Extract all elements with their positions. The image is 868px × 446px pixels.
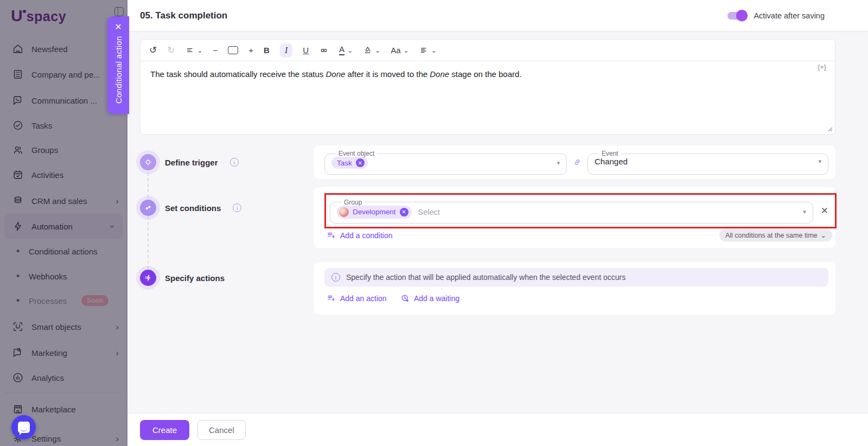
step-label: Set conditions bbox=[165, 203, 221, 213]
event-object-label: Event object bbox=[336, 150, 377, 157]
redo-button[interactable]: ↻ bbox=[167, 44, 175, 56]
description-editor: ↺ ↻ ⌄ − + B I U A ⌄ ⌄ Aa bbox=[140, 39, 835, 135]
remove-condition-button[interactable]: ✕ bbox=[821, 205, 828, 216]
actions-info-banner: i Specify the action that will be applie… bbox=[324, 268, 828, 286]
font-color-icon: A bbox=[339, 45, 344, 55]
conditions-card: Group Development ✕ Select ▾ ✕ Add a con… bbox=[314, 187, 835, 248]
select-caret-icon: ▾ bbox=[557, 160, 560, 167]
conditions-mode-label: All conditions at the same time bbox=[725, 232, 818, 239]
chip-label: Development bbox=[353, 208, 396, 216]
activate-toggle[interactable] bbox=[727, 12, 746, 20]
editor-toolbar: ↺ ↻ ⌄ − + B I U A ⌄ ⌄ Aa bbox=[141, 40, 835, 61]
task-chip: Task ✕ bbox=[331, 157, 368, 169]
font-color-button[interactable]: A ⌄ bbox=[339, 45, 353, 55]
border-box-icon bbox=[228, 46, 238, 54]
caret-down-icon: ⌄ bbox=[375, 47, 380, 54]
chat-launcher-button[interactable] bbox=[11, 415, 36, 439]
add-waiting-link[interactable]: Add a waiting bbox=[400, 294, 459, 303]
group-select[interactable]: Group Development ✕ Select ▾ bbox=[330, 199, 813, 224]
panel-header: 05. Task completion Activate after savin… bbox=[127, 0, 868, 31]
editor-text: stage on the board. bbox=[449, 69, 521, 79]
align-left-icon bbox=[419, 46, 429, 55]
bold-button[interactable]: B bbox=[264, 46, 270, 55]
add-list-icon bbox=[327, 231, 336, 240]
caret-down-icon: ⌄ bbox=[821, 231, 826, 239]
step-set-conditions: Set conditions i bbox=[140, 200, 241, 216]
add-waiting-label: Add a waiting bbox=[414, 294, 459, 303]
chip-remove-icon[interactable]: ✕ bbox=[356, 158, 365, 167]
highlighted-condition-region: Group Development ✕ Select ▾ ✕ bbox=[324, 193, 837, 228]
info-icon[interactable]: i bbox=[233, 203, 241, 212]
conditions-step-icon bbox=[140, 200, 156, 216]
conditions-mode-dropdown[interactable]: All conditions at the same time ⌄ bbox=[719, 229, 832, 241]
clock-icon bbox=[400, 294, 410, 303]
editor-text: after it is moved to the bbox=[345, 69, 430, 79]
add-condition-label: Add a condition bbox=[340, 231, 393, 240]
border-box-button[interactable] bbox=[228, 46, 238, 54]
link-button[interactable] bbox=[319, 46, 329, 55]
line-spacing-icon bbox=[186, 46, 195, 55]
group-avatar bbox=[339, 207, 349, 217]
link-fields-icon bbox=[572, 157, 582, 167]
line-spacing-button[interactable]: ⌄ bbox=[186, 46, 203, 55]
editor-text-italic: Done bbox=[326, 69, 346, 79]
steps-connector bbox=[148, 173, 149, 269]
step-label: Specify actions bbox=[165, 273, 225, 283]
panel-footer: Create Cancel bbox=[127, 413, 868, 446]
italic-button[interactable]: I bbox=[280, 43, 292, 58]
resize-handle[interactable] bbox=[826, 125, 833, 132]
caret-down-icon: ⌄ bbox=[404, 47, 409, 54]
activate-toggle-label: Activate after saving bbox=[754, 11, 825, 20]
chip-label: Task bbox=[337, 159, 352, 167]
close-icon[interactable]: ✕ bbox=[112, 22, 124, 33]
add-action-label: Add an action bbox=[340, 294, 387, 303]
insert-variable-button[interactable]: {+} bbox=[818, 63, 826, 71]
group-label: Group bbox=[341, 199, 365, 206]
drawer-tab-label: Conditional action bbox=[114, 33, 123, 107]
highlight-color-button[interactable]: ⌄ bbox=[363, 46, 380, 55]
step-specify-actions: Specify actions bbox=[140, 270, 225, 286]
step-define-trigger: Define trigger i bbox=[140, 154, 239, 170]
page-title: 05. Task completion bbox=[140, 10, 227, 21]
select-placeholder: Select bbox=[418, 208, 440, 216]
caret-down-icon: ⌄ bbox=[431, 47, 437, 54]
conditional-action-drawer-tab[interactable]: ✕ Conditional action bbox=[107, 16, 129, 114]
caret-down-icon: ⌄ bbox=[197, 47, 203, 54]
undo-button[interactable]: ↺ bbox=[149, 44, 157, 56]
editor-content[interactable]: The task should automatically receive th… bbox=[141, 61, 835, 80]
add-list-icon bbox=[327, 294, 336, 303]
increase-button[interactable]: + bbox=[248, 46, 253, 55]
editor-text-italic: Done bbox=[430, 69, 449, 79]
add-condition-link[interactable]: Add a condition bbox=[327, 231, 393, 240]
event-object-select[interactable]: Event object Task ✕ ▾ bbox=[324, 150, 567, 175]
select-caret-icon: ▾ bbox=[818, 158, 821, 165]
step-label: Define trigger bbox=[165, 158, 218, 167]
add-action-link[interactable]: Add an action bbox=[327, 294, 387, 303]
link-icon bbox=[319, 46, 329, 55]
caret-down-icon: ⌄ bbox=[347, 47, 353, 54]
toggle-knob bbox=[736, 10, 748, 21]
cancel-button[interactable]: Cancel bbox=[197, 420, 246, 440]
chip-remove-icon[interactable]: ✕ bbox=[400, 208, 409, 216]
development-chip: Development ✕ bbox=[337, 206, 412, 219]
create-button[interactable]: Create bbox=[140, 420, 189, 440]
editor-text: The task should automatically receive th… bbox=[150, 69, 326, 79]
actions-info-text: Specify the action that will be applied … bbox=[346, 273, 626, 282]
event-value: Changed bbox=[595, 157, 628, 166]
info-icon[interactable]: i bbox=[230, 158, 239, 167]
underline-button[interactable]: U bbox=[303, 46, 309, 55]
chat-bubble-icon bbox=[18, 422, 30, 433]
text-case-icon: Aa bbox=[391, 46, 400, 55]
select-caret-icon: ▾ bbox=[803, 208, 806, 215]
actions-step-icon bbox=[140, 270, 156, 286]
text-case-button[interactable]: Aa ⌄ bbox=[391, 46, 409, 55]
align-button[interactable]: ⌄ bbox=[419, 46, 437, 55]
info-icon: i bbox=[331, 273, 340, 282]
event-select[interactable]: Event Changed ▾ bbox=[588, 150, 828, 175]
decrease-button[interactable]: − bbox=[213, 46, 218, 55]
highlight-icon bbox=[363, 46, 372, 55]
conditional-action-panel: 05. Task completion Activate after savin… bbox=[127, 0, 868, 446]
event-label: Event bbox=[599, 150, 621, 157]
trigger-card: Event object Task ✕ ▾ Event Changed ▾ bbox=[314, 145, 835, 179]
actions-card: i Specify the action that will be applie… bbox=[314, 262, 835, 315]
